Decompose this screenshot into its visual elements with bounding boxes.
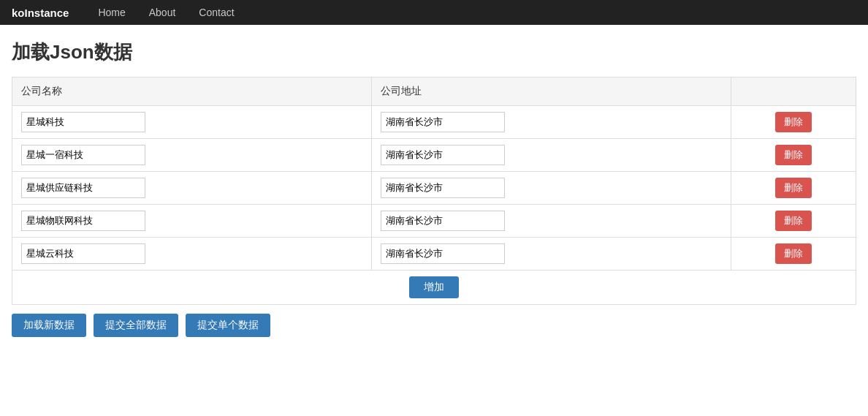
company-name-input[interactable] [21, 145, 145, 165]
action-cell: 删除 [731, 238, 856, 271]
load-new-button[interactable]: 加载新数据 [12, 314, 86, 337]
action-cell: 删除 [731, 172, 856, 205]
col-address-header: 公司地址 [371, 77, 731, 106]
action-cell: 删除 [731, 106, 856, 139]
address-cell [371, 238, 731, 271]
add-row-cell: 增加 [12, 271, 856, 305]
bottom-actions: 加载新数据 提交全部数据 提交单个数据 [12, 314, 856, 337]
company-name-input[interactable] [21, 178, 145, 198]
navbar-nav: Home About Contact [86, 0, 245, 25]
col-name-header: 公司名称 [12, 77, 372, 106]
submit-single-button[interactable]: 提交单个数据 [186, 314, 270, 337]
add-button[interactable]: 增加 [409, 276, 459, 298]
page-title: 加载Json数据 [12, 39, 856, 65]
company-name-input[interactable] [21, 112, 145, 132]
company-address-input[interactable] [381, 211, 505, 231]
name-cell [12, 172, 372, 205]
add-row: 增加 [12, 271, 856, 305]
table-row: 删除 [12, 238, 856, 271]
nav-contact[interactable]: Contact [187, 0, 245, 25]
navbar-brand[interactable]: koInstance [12, 7, 69, 19]
name-cell [12, 106, 372, 139]
company-address-input[interactable] [381, 145, 505, 165]
col-action-header [731, 77, 856, 106]
company-name-input[interactable] [21, 211, 145, 231]
action-cell: 删除 [731, 139, 856, 172]
table-row: 删除 [12, 106, 856, 139]
nav-home[interactable]: Home [86, 0, 137, 25]
nav-about[interactable]: About [137, 0, 188, 25]
delete-button[interactable]: 删除 [775, 178, 812, 198]
address-cell [371, 205, 731, 238]
table-header-row: 公司名称 公司地址 [12, 77, 856, 106]
data-table: 公司名称 公司地址 删除删除删除删除删除 增加 [12, 77, 856, 305]
company-address-input[interactable] [381, 112, 505, 132]
delete-button[interactable]: 删除 [775, 211, 812, 231]
table-row: 删除 [12, 205, 856, 238]
table-row: 删除 [12, 172, 856, 205]
company-address-input[interactable] [381, 243, 505, 264]
name-cell [12, 238, 372, 271]
company-address-input[interactable] [381, 178, 505, 198]
address-cell [371, 172, 731, 205]
page-content: 加载Json数据 公司名称 公司地址 删除删除删除删除删除 增加 加载新数据 提… [0, 25, 868, 352]
address-cell [371, 139, 731, 172]
navbar: koInstance Home About Contact [0, 0, 868, 25]
delete-button[interactable]: 删除 [775, 112, 812, 132]
action-cell: 删除 [731, 205, 856, 238]
address-cell [371, 106, 731, 139]
delete-button[interactable]: 删除 [775, 145, 812, 165]
delete-button[interactable]: 删除 [775, 243, 812, 264]
submit-all-button[interactable]: 提交全部数据 [94, 314, 178, 337]
name-cell [12, 205, 372, 238]
table-row: 删除 [12, 139, 856, 172]
company-name-input[interactable] [21, 243, 145, 264]
name-cell [12, 139, 372, 172]
